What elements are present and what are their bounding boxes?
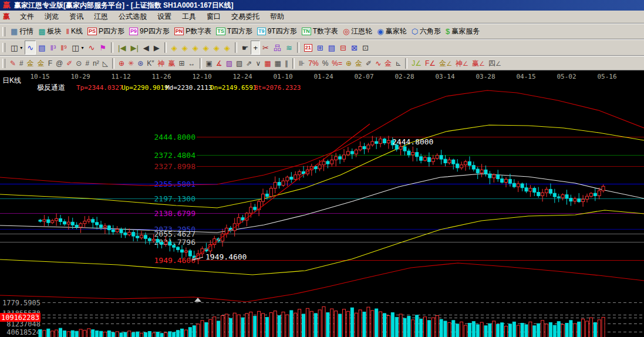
percent-line-tool[interactable]: %= [330,58,344,69]
f-angle-tool[interactable]: F∠ [423,58,437,69]
gann-wheel-button[interactable]: ◎江恩轮 [340,25,375,39]
calendar-button[interactable]: 21 [302,41,315,55]
menu-item-5[interactable]: 公式选股 [113,11,152,22]
fan-box-purple-tool[interactable]: ▨ [224,58,234,69]
t-number-button[interactable]: TNT数字表 [299,25,340,39]
next-button[interactable]: ▶ [151,41,162,55]
first-page-button[interactable]: |◀ [116,41,128,55]
spiral-tool[interactable]: @ [54,58,65,69]
gann-grid-tool[interactable]: # [18,58,25,69]
percent7-tool[interactable]: 7% [306,58,320,69]
flag-button[interactable]: ⚑ [97,41,109,55]
si-angle-tool[interactable]: 四∠ [487,58,503,69]
wave-red-tool[interactable]: ∿ [373,58,383,69]
gold-grid-b-tool[interactable]: 金 [36,58,46,69]
menu-item-8[interactable]: 窗口 [201,11,226,22]
zigzag-button[interactable]: ∿ [86,41,97,55]
brush-tool[interactable]: ✎ [8,58,18,69]
time-circle-tool[interactable]: ⊙ [74,58,83,69]
t-square-button[interactable]: TST四方形 [214,25,255,39]
menu-item-10[interactable]: 帮助 [265,11,289,22]
notes-button[interactable]: ▤ [326,41,338,55]
quotes-button[interactable]: ▦行情 [8,25,36,39]
chart-area[interactable]: 10-1510-2911-1211-2612-1012-2401-1001-24… [0,70,644,337]
calculator-button[interactable]: ⊞ [315,41,326,55]
menu-item-9[interactable]: 交易委托 [226,11,265,22]
number-grid-tool[interactable]: ⊞ [177,58,186,69]
p-number-button[interactable]: PNP数字表 [172,25,214,39]
scroll-left-button[interactable]: ◈ [169,41,180,55]
gold-circle-tool[interactable]: ⊕ [344,58,353,69]
info-panel-button[interactable]: ▤ [36,41,48,55]
menu-item-1[interactable]: 文件 [15,11,39,22]
ying-angle-tool[interactable]: 赢∠ [470,58,487,69]
date-tick-label: 03-28 [476,73,495,80]
menu-item-3[interactable]: 资讯 [64,11,89,22]
menu-item-2[interactable]: 浏览 [39,11,64,22]
shen-grid-tool[interactable]: 神 [156,58,166,69]
span-arrows-tool[interactable]: ↔ [187,58,197,69]
candle-style-dropdown[interactable]: ◫▾ [69,41,86,55]
eraser-tool-button[interactable]: ✂ [260,41,271,55]
t9-square-button[interactable]: T99T四方形 [255,25,299,39]
snapshot-button[interactable]: ⊠ [349,41,360,55]
web-box-tool[interactable]: ⊛ [136,58,145,69]
candle-body [505,179,508,182]
hexagon-button[interactable]: ⬡六角形 [409,25,443,39]
compass-tool[interactable]: ⊕ [117,58,126,69]
fan-box-dark-tool[interactable]: ▧ [234,58,244,69]
parallel-lines-tool[interactable]: ∥ [283,58,290,69]
cycle-tool-button[interactable]: ≋ [284,41,295,55]
rocket-grid-tool[interactable]: ✐ [65,58,74,69]
j-angle-tool[interactable]: J∠ [410,58,423,69]
box-measure-tool[interactable]: ▣ [204,58,214,69]
fan-lines-tool[interactable]: ∡ [214,58,224,69]
crosshair-tool-button[interactable]: + [251,41,260,55]
gold-angle-tool[interactable]: 金∠ [437,58,454,69]
grid-dark-tool[interactable]: ▦ [273,58,283,69]
expand-horizontal-button[interactable]: ◈ [190,41,201,55]
angle-lines-tool[interactable]: ⊾ [393,58,403,69]
v-lines-tool[interactable]: ∨ [254,58,262,69]
expand-vertical-button[interactable]: ◈ [222,41,232,55]
price-ruler-tool[interactable]: ⊪ [297,58,306,69]
gold-red-tool[interactable]: 金 [383,58,393,69]
wide-grid-tool[interactable]: # [83,58,91,69]
gold-lines-tool[interactable]: 金 [353,58,364,69]
print-button[interactable]: ⊡ [360,41,371,55]
k-mark-tool[interactable]: K″ [145,58,156,69]
scroll-right-button[interactable]: ◈ [180,41,190,55]
save-button[interactable]: ⊟ [338,41,349,55]
shrink-vertical-button[interactable]: ◈ [211,41,222,55]
bars-9-button[interactable]: ‖⁹ [58,41,69,55]
bars-3-button[interactable]: ‖³ [48,41,59,55]
shrink-horizontal-button[interactable]: ◈ [201,41,211,55]
prev-button[interactable]: ◀ [141,41,151,55]
sectors-button[interactable]: ▩板块 [36,25,63,39]
hand-tool-button[interactable]: ☛ [240,41,251,55]
grid-red-tool[interactable]: ▦ [262,58,272,69]
last-page-button[interactable]: ▶| [128,41,140,55]
chart-pattern-button[interactable]: ∿ [25,41,36,55]
kline-button[interactable]: ‖K线 [64,25,85,39]
winner-wheel-button[interactable]: ◉赢家轮 [375,25,409,39]
percent-tool[interactable]: % [321,58,331,69]
protractor-tool[interactable]: ◺ [101,58,110,69]
web-tool[interactable]: ✳ [126,58,136,69]
gold-grid-a-tool[interactable]: 金 [25,58,36,69]
measure-pen-tool[interactable]: ✐ [364,58,373,69]
ying-grid-tool[interactable]: 赢 [166,58,177,69]
p9-square-button[interactable]: P99P四方形 [127,25,172,39]
menu-item-7[interactable]: 工具 [177,11,201,22]
p-square-button[interactable]: PSP四方形 [85,25,127,39]
period-dropdown[interactable]: ◫▾ [8,41,25,55]
winner-service-button[interactable]: $赢家服务 [443,25,482,39]
menu-item-4[interactable]: 江恩 [89,11,113,22]
f-grid-tool[interactable]: F [46,58,54,69]
price-chart-svg[interactable]: 10-1510-2911-1211-2612-1012-2401-1001-24… [0,70,644,337]
menu-item-6[interactable]: 设置 [152,11,177,22]
shen-angle-tool[interactable]: 神∠ [454,58,470,69]
n2-grid-tool[interactable]: n² [91,58,101,69]
trend-arrows-tool[interactable]: ⇗ [244,58,254,69]
gann-shape-tool-button[interactable]: 品 [271,41,284,55]
